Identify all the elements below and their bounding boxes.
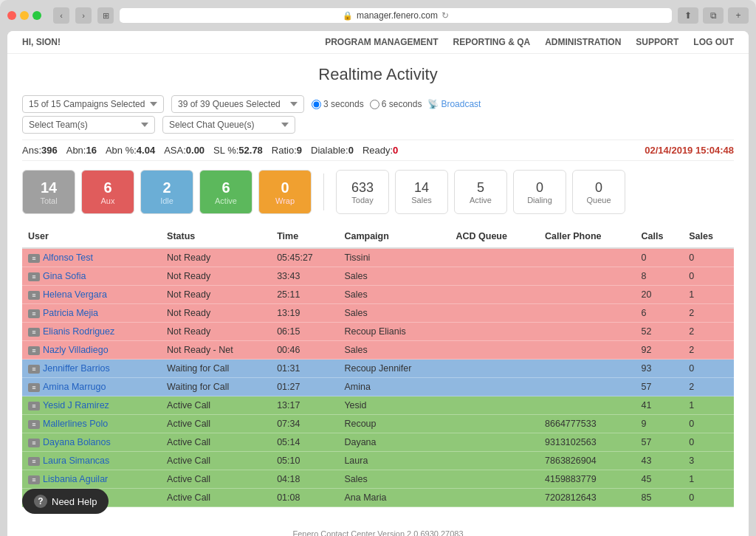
summary-aux: 6 Aux [81, 170, 134, 214]
table-row: ≡Lisbania Aguilar Active Call 04:18 Sale… [22, 470, 734, 489]
queues-filter[interactable]: 39 of 39 Queues Selected [171, 95, 304, 113]
col-calls: Calls [635, 225, 683, 248]
cell-user: ≡Laura Simancas [22, 452, 161, 470]
team-filter[interactable]: Select Team(s) [22, 116, 155, 134]
ready-stat: Ready:0 [362, 145, 398, 156]
tabs-button[interactable]: ⧉ [703, 7, 724, 24]
cell-campaign: Recoup [338, 415, 450, 433]
table-row: ≡Ana M Torres Active Call 01:08 Ana Mari… [22, 489, 734, 507]
cell-status: Waiting for Call [161, 378, 271, 396]
broadcast-icon: 📡 [427, 99, 439, 109]
cell-time: 07:34 [271, 415, 338, 433]
cell-calls: 85 [635, 489, 683, 507]
cell-phone: 8664777533 [539, 415, 635, 433]
table-row: ≡Gina Sofia Not Ready 33:43 Sales 8 0 [22, 267, 734, 286]
table-row: ≡Dayana Bolanos Active Call 05:14 Dayana… [22, 433, 734, 452]
cell-calls: 41 [635, 396, 683, 415]
traffic-light-red [7, 11, 16, 20]
nav-reporting-qa[interactable]: REPORTING & QA [453, 37, 531, 47]
lock-icon: 🔒 [343, 11, 353, 21]
user-link[interactable]: ≡Lisbania Aguilar [28, 474, 108, 484]
user-avatar-icon: ≡ [28, 402, 40, 410]
summary-divider [323, 173, 324, 210]
cell-sales: 0 [683, 360, 734, 378]
cell-status: Active Call [161, 396, 271, 415]
cell-sales: 2 [683, 323, 734, 341]
user-link[interactable]: ≡Elianis Rodriguez [28, 326, 114, 337]
nav-support[interactable]: SUPPORT [636, 37, 678, 47]
table-row: ≡Jenniffer Barrios Waiting for Call 01:3… [22, 360, 734, 378]
user-avatar-icon: ≡ [28, 291, 40, 300]
broadcast-link[interactable]: 📡 Broadcast [427, 99, 481, 109]
cell-status: Not Ready [161, 267, 271, 286]
table-row: ≡Helena Vergara Not Ready 25:11 Sales 20… [22, 286, 734, 304]
cell-sales: 3 [683, 452, 734, 470]
user-avatar-icon: ≡ [28, 457, 40, 466]
user-link[interactable]: ≡Jenniffer Barrios [28, 363, 110, 374]
need-help-button[interactable]: ? Need Help [22, 489, 109, 514]
cell-status: Not Ready [161, 323, 271, 341]
user-link[interactable]: ≡Mallerlines Polo [28, 419, 108, 429]
user-link[interactable]: ≡Patricia Mejia [28, 308, 98, 318]
user-link[interactable]: ≡Helena Vergara [28, 289, 107, 300]
back-button[interactable]: ‹ [53, 7, 69, 24]
cell-phone [539, 341, 635, 360]
table-row: ≡Patricia Mejia Not Ready 13:19 Sales 6 … [22, 304, 734, 323]
cell-user: ≡Elianis Rodriguez [22, 323, 161, 341]
cell-status: Not Ready [161, 304, 271, 323]
address-bar[interactable]: 🔒 manager.fenero.com ↻ [120, 8, 672, 23]
cell-acd [450, 341, 539, 360]
user-avatar-icon: ≡ [28, 383, 40, 392]
cell-acd [450, 267, 539, 286]
campaigns-filter[interactable]: 15 of 15 Campaigns Selected [22, 95, 164, 113]
cell-user: ≡Jenniffer Barrios [22, 360, 161, 378]
user-link[interactable]: ≡Yesid J Ramirez [28, 400, 109, 410]
cell-phone [539, 396, 635, 415]
url-text: manager.fenero.com [357, 10, 438, 21]
abn-stat: Abn:16 [66, 145, 97, 156]
cell-time: 00:46 [271, 341, 338, 360]
cell-phone [539, 248, 635, 267]
col-campaign: Campaign [338, 225, 450, 248]
cell-time: 01:27 [271, 378, 338, 396]
summary-total: 14 Total [22, 170, 75, 214]
cell-calls: 45 [635, 470, 683, 489]
summary-today: 633 Today [336, 170, 389, 214]
user-link[interactable]: ≡Gina Sofia [28, 271, 86, 281]
traffic-light-yellow [20, 11, 29, 20]
cell-phone [539, 267, 635, 286]
chat-queue-filter[interactable]: Select Chat Queue(s) [162, 116, 295, 134]
table-row: ≡Amina Marrugo Waiting for Call 01:27 Am… [22, 378, 734, 396]
user-link[interactable]: ≡Nazly Villadiego [28, 345, 109, 355]
refresh-6-label[interactable]: 6 seconds [370, 99, 422, 109]
table-row: ≡Laura Simancas Active Call 05:10 Laura … [22, 452, 734, 470]
share-button[interactable]: ⬆ [678, 7, 698, 24]
cell-calls: 6 [635, 304, 683, 323]
cell-time: 04:18 [271, 470, 338, 489]
cell-time: 06:15 [271, 323, 338, 341]
cell-calls: 57 [635, 433, 683, 452]
cell-sales: 2 [683, 378, 734, 396]
user-link[interactable]: ≡Alfonso Test [28, 252, 93, 263]
cell-acd [450, 489, 539, 507]
ans-stat: Ans:396 [22, 145, 58, 156]
datetime: 02/14/2019 15:04:48 [645, 145, 734, 156]
forward-button[interactable]: › [75, 7, 92, 24]
cell-campaign: Recoup Jennifer [338, 360, 450, 378]
user-link[interactable]: ≡Dayana Bolanos [28, 437, 111, 447]
cell-phone [539, 286, 635, 304]
refresh-3-radio[interactable] [312, 100, 321, 109]
nav-program-management[interactable]: PROGRAM MANAGEMENT [325, 37, 438, 47]
user-link[interactable]: ≡Amina Marrugo [28, 382, 106, 392]
nav-logout[interactable]: LOG OUT [693, 37, 734, 47]
view-button[interactable]: ⊞ [97, 7, 114, 24]
cell-acd [450, 452, 539, 470]
refresh-3-label[interactable]: 3 seconds [312, 99, 364, 109]
nav-administration[interactable]: ADMINISTRATION [545, 37, 621, 47]
new-tab-button[interactable]: + [728, 7, 749, 24]
user-link[interactable]: ≡Laura Simancas [28, 456, 109, 466]
refresh-6-radio[interactable] [370, 100, 379, 109]
cell-acd [450, 323, 539, 341]
cell-user: ≡Alfonso Test [22, 248, 161, 267]
cell-time: 13:19 [271, 304, 338, 323]
